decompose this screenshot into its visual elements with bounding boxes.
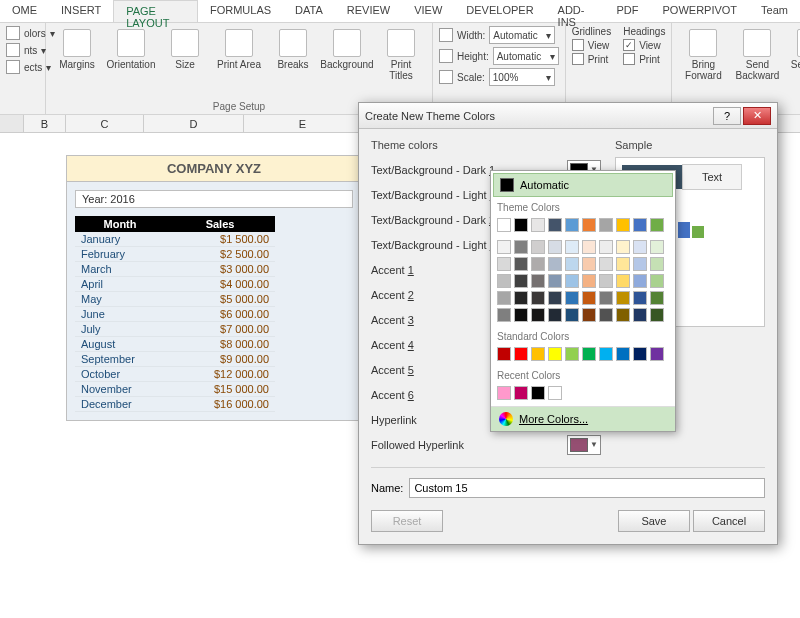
send-backward-button[interactable]: Send Backward [732,26,782,84]
table-row[interactable]: February$2 500.00 [75,247,275,262]
color-swatch[interactable] [497,386,511,400]
color-swatch[interactable] [514,308,528,322]
table-row[interactable]: March$3 000.00 [75,262,275,277]
color-swatch[interactable] [514,274,528,288]
col-E[interactable]: E [244,115,362,132]
color-swatch[interactable] [531,347,545,361]
color-swatch[interactable] [514,347,528,361]
color-swatch[interactable] [599,240,613,254]
color-swatch[interactable] [582,218,596,232]
color-swatch[interactable] [565,257,579,271]
tab-powerpivot[interactable]: POWERPIVOT [651,0,750,22]
help-button[interactable]: ? [713,107,741,125]
color-swatch[interactable] [497,347,511,361]
color-swatch[interactable] [565,308,579,322]
tab-review[interactable]: REVIEW [335,0,402,22]
color-swatch[interactable] [531,386,545,400]
col-D[interactable]: D [144,115,244,132]
gridlines-view-chk[interactable] [572,39,584,51]
more-colors[interactable]: More Colors... [491,406,675,431]
table-row[interactable]: September$9 000.00 [75,352,275,367]
color-swatch[interactable] [582,257,596,271]
table-row[interactable]: December$16 000.00 [75,397,275,412]
color-swatch[interactable] [548,240,562,254]
color-swatch[interactable] [497,218,511,232]
year-cell[interactable]: Year: 2016 [75,190,353,208]
color-swatch[interactable] [650,218,664,232]
print-titles-button[interactable]: Print Titles [376,26,426,84]
color-swatch[interactable] [650,240,664,254]
color-swatch[interactable] [616,218,630,232]
color-swatch[interactable] [650,257,664,271]
table-row[interactable]: April$4 000.00 [75,277,275,292]
tab-view[interactable]: VIEW [402,0,454,22]
theme-name-input[interactable] [409,478,765,498]
color-swatch[interactable] [497,240,511,254]
color-swatch[interactable] [565,218,579,232]
table-row[interactable]: July$7 000.00 [75,322,275,337]
color-swatch[interactable] [582,274,596,288]
color-swatch[interactable] [548,308,562,322]
bring-forward-button[interactable]: Bring Forward [678,26,728,84]
width-combo[interactable]: Automatic▾ [489,26,555,44]
color-swatch[interactable] [497,291,511,305]
color-swatch[interactable] [514,257,528,271]
color-swatch[interactable] [531,218,545,232]
color-swatch[interactable] [616,308,630,322]
color-swatch[interactable] [616,291,630,305]
tab-insert[interactable]: INSERT [49,0,113,22]
col-C[interactable]: C [66,115,144,132]
color-swatch[interactable] [650,274,664,288]
col-B[interactable]: B [24,115,66,132]
height-combo[interactable]: Automatic▾ [493,47,559,65]
gridlines-print-chk[interactable] [572,53,584,65]
color-swatch[interactable] [599,257,613,271]
table-row[interactable]: January$1 500.00 [75,232,275,247]
color-swatch[interactable] [582,291,596,305]
color-swatch[interactable] [633,291,647,305]
color-swatch[interactable] [514,218,528,232]
color-swatch[interactable] [633,308,647,322]
color-swatch[interactable] [531,274,545,288]
color-swatch[interactable] [548,347,562,361]
color-swatch[interactable] [531,291,545,305]
reset-button[interactable]: Reset [371,510,443,532]
headings-print-chk[interactable] [623,53,635,65]
color-swatch[interactable] [616,274,630,288]
color-swatch[interactable] [582,308,596,322]
table-row[interactable]: May$5 000.00 [75,292,275,307]
color-swatch[interactable] [633,218,647,232]
color-swatch[interactable] [565,291,579,305]
color-swatch[interactable] [599,347,613,361]
tab-developer[interactable]: DEVELOPER [454,0,545,22]
table-row[interactable]: August$8 000.00 [75,337,275,352]
background-button[interactable]: Background [322,26,372,73]
breaks-button[interactable]: Breaks [268,26,318,73]
orientation-button[interactable]: Orientation [106,26,156,73]
color-swatch[interactable] [599,291,613,305]
color-swatch[interactable] [650,308,664,322]
color-swatch[interactable] [497,274,511,288]
color-swatch[interactable] [548,291,562,305]
color-swatch[interactable] [633,257,647,271]
color-swatch[interactable] [548,257,562,271]
color-swatch[interactable] [650,347,664,361]
color-swatch[interactable] [633,274,647,288]
color-swatch[interactable] [548,218,562,232]
print-area-button[interactable]: Print Area [214,26,264,73]
color-swatch[interactable] [548,386,562,400]
color-swatch[interactable] [531,240,545,254]
tab-team[interactable]: Team [749,0,800,22]
tab-page-layout[interactable]: PAGE LAYOUT [113,0,198,22]
color-swatch[interactable] [616,240,630,254]
color-swatch[interactable] [599,218,613,232]
automatic-color[interactable]: Automatic [493,173,673,197]
cancel-button[interactable]: Cancel [693,510,765,532]
color-swatch[interactable] [497,257,511,271]
scale-combo[interactable]: 100%▾ [489,68,555,86]
color-swatch-11[interactable]: ▼ [567,435,601,455]
headings-view-chk[interactable]: ✓ [623,39,635,51]
close-button[interactable]: ✕ [743,107,771,125]
color-swatch[interactable] [599,274,613,288]
tab-data[interactable]: DATA [283,0,335,22]
